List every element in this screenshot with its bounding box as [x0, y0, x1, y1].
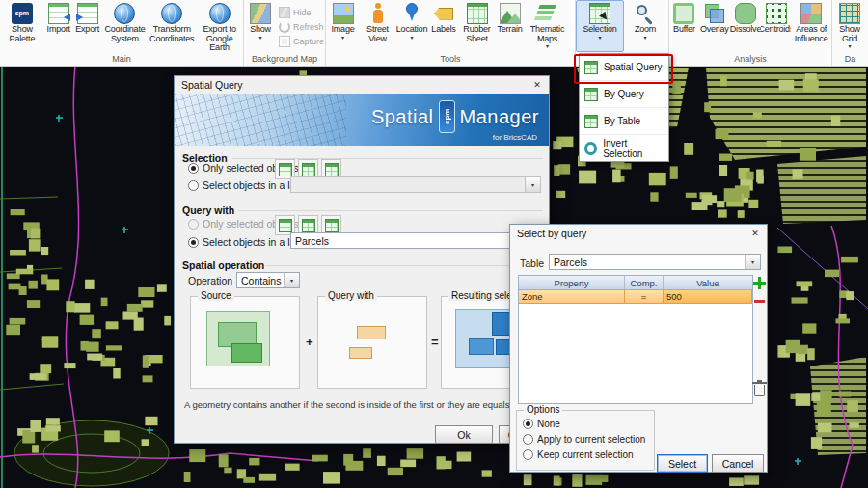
refresh-map-button: Refresh [277, 19, 325, 34]
button-label: Areas of Influence [791, 25, 831, 43]
menu-item-by-query[interactable]: By Query [580, 81, 668, 108]
hide-map-button: Hide [277, 5, 325, 19]
radio-none[interactable]: None [523, 419, 560, 429]
options-groupbox: Options None Apply to current selection … [516, 410, 655, 471]
query-grid: Property Comp. Value Zone = 500 [518, 275, 753, 404]
close-icon[interactable]: ✕ [529, 78, 546, 93]
divider [238, 210, 543, 211]
button-label: Import [47, 25, 70, 35]
radio-icon[interactable] [523, 449, 533, 460]
zoom-button[interactable]: Zoom ▾ [624, 0, 666, 52]
table-combo[interactable]: Parcels ▾ [549, 254, 761, 270]
ribbon-group-label: Tools [326, 54, 575, 65]
query-shape [357, 326, 386, 339]
areas-of-influence-button[interactable]: Areas of Influence [791, 0, 831, 52]
show-palette-button[interactable]: spm Show Palette [0, 0, 44, 52]
minus-icon [753, 295, 766, 308]
column-header[interactable]: Value [664, 276, 752, 289]
rubber-sheet-button[interactable]: Rubber Sheet [459, 0, 495, 52]
selection-button[interactable]: Selection ▾ [576, 0, 624, 52]
transform-coordinates-button[interactable]: Transform Coordinates [148, 0, 196, 52]
ok-button[interactable]: Ok [435, 425, 493, 444]
button-label: Hide [293, 8, 312, 17]
radio-icon[interactable] [188, 180, 199, 191]
column-header[interactable]: Property [519, 276, 625, 289]
radio-apply-to-current[interactable]: Apply to current selection [523, 434, 645, 445]
labels-button[interactable]: Labels [428, 0, 459, 52]
button-label: Buffer [673, 25, 695, 35]
table-label: Table [520, 258, 544, 269]
grid-header: Property Comp. Value [519, 276, 752, 290]
spatial-query-icon [584, 61, 598, 74]
radio-icon[interactable] [188, 163, 199, 174]
dialog-titlebar[interactable]: Spatial Query ✕ [175, 76, 549, 94]
location-button[interactable]: Location ▾ [395, 0, 428, 52]
import-button[interactable]: Import [44, 0, 73, 52]
combo-value: Parcels [295, 235, 525, 247]
refresh-icon [279, 21, 290, 33]
radio-keep-current[interactable]: Keep current selection [523, 449, 634, 460]
show-grid-button[interactable]: Show Grid ▾ [832, 0, 867, 52]
export-google-earth-button[interactable]: Export to Google Earth [196, 0, 243, 52]
radio-label: Keep current selection [537, 449, 634, 460]
query-with-panel: Query with [317, 296, 427, 389]
remove-condition-button[interactable] [751, 293, 767, 309]
radio-icon[interactable] [188, 237, 199, 248]
menu-item-spatial-query[interactable]: Spatial Query [580, 54, 668, 81]
column-header[interactable]: Comp. [625, 276, 664, 289]
button-label: Centroids [761, 25, 791, 35]
chevron-down-icon: ▾ [643, 35, 646, 41]
menu-item-invert-selection[interactable]: Invert Selection [580, 135, 668, 161]
button-label: Coordinate System [102, 25, 149, 43]
overlay-icon [704, 3, 725, 24]
comparison-cell[interactable]: = [625, 290, 664, 304]
dialog-titlebar[interactable]: Select by query ✕ [510, 225, 767, 242]
chevron-down-icon[interactable]: ▾ [284, 273, 299, 287]
menu-item-by-table[interactable]: By Table [580, 108, 668, 135]
ribbon-group-main: spm Show Palette Import Export Coordinat… [0, 0, 244, 66]
thematic-maps-button[interactable]: Thematic Maps ▾ [525, 0, 570, 52]
table-icon [302, 219, 315, 232]
centroids-button[interactable]: Centroids [761, 0, 791, 52]
button-label: Image [331, 25, 354, 35]
cancel-button[interactable]: Cancel [712, 454, 764, 473]
radio-icon[interactable] [523, 434, 533, 445]
button-label: Refresh [293, 22, 324, 32]
terrain-button[interactable]: Terrain [495, 0, 525, 52]
grid-side-tools [751, 275, 767, 312]
button-label: Dissolve [730, 25, 761, 35]
close-icon[interactable]: ✕ [746, 227, 764, 241]
by-table-icon [584, 115, 598, 128]
radio-icon[interactable] [523, 419, 533, 429]
query-layer-combo[interactable]: Parcels ▾ [290, 232, 541, 249]
panel-label: Source [198, 290, 234, 301]
coordinate-system-button[interactable]: Coordinate System [102, 0, 149, 52]
street-view-button[interactable]: Street View [360, 0, 395, 52]
value-cell[interactable]: 500 [664, 290, 752, 304]
globe-icon [161, 3, 182, 24]
ribbon-group-label: Analysis [669, 54, 831, 65]
groupbox-label: Options [524, 404, 562, 415]
grid-row[interactable]: Zone = 500 [519, 290, 752, 304]
export-button[interactable]: Export [73, 0, 102, 52]
brand-word: Manager [460, 106, 539, 128]
ribbon-group-label: Main [0, 54, 243, 65]
button-label: Thematic Maps [525, 25, 570, 43]
combo-value: Parcels [554, 257, 745, 268]
select-button[interactable]: Select [657, 454, 708, 473]
show-map-button[interactable]: Show ▾ [244, 0, 277, 52]
buffer-button[interactable]: Buffer [669, 0, 699, 52]
divider [265, 265, 543, 266]
overlay-button[interactable]: Overlay [699, 0, 730, 52]
chevron-down-icon[interactable]: ▾ [745, 255, 760, 269]
property-cell[interactable]: Zone [519, 290, 625, 304]
button-label: Selection [583, 25, 616, 35]
button-label: Overlay [700, 25, 729, 35]
import-icon [48, 3, 69, 24]
image-button[interactable]: Image ▾ [326, 0, 360, 52]
operation-combo[interactable]: Contains ▾ [236, 272, 300, 288]
dissolve-button[interactable]: Dissolve [730, 0, 762, 52]
grid-icon [839, 3, 860, 24]
clear-all-button[interactable] [751, 381, 767, 396]
add-condition-button[interactable] [751, 275, 767, 290]
